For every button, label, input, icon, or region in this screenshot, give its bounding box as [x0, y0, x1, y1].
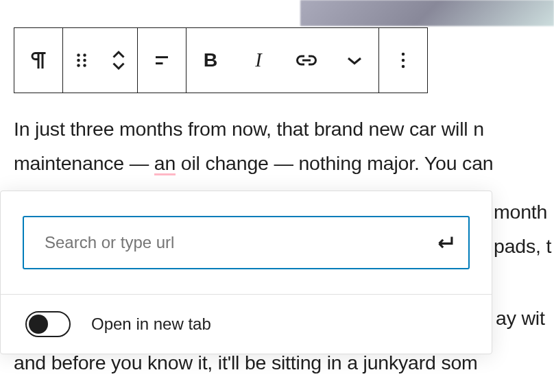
italic-button[interactable]: I — [234, 28, 282, 93]
link-popover: Open in new tab — [0, 191, 492, 354]
url-input-wrapper — [23, 216, 470, 269]
bold-icon: B — [198, 48, 223, 73]
enter-icon — [433, 231, 457, 254]
svg-point-5 — [83, 64, 86, 67]
paragraph-content[interactable]: In just three months from now, that bran… — [14, 112, 554, 181]
svg-point-3 — [83, 59, 86, 62]
submit-url-button[interactable] — [429, 226, 461, 259]
drag-icon — [69, 48, 94, 73]
svg-point-0 — [77, 53, 80, 57]
svg-point-1 — [83, 53, 86, 57]
paragraph-type-button[interactable] — [14, 28, 62, 93]
align-icon — [149, 48, 174, 73]
link-icon — [294, 48, 319, 73]
text-line: maintenance — an oil change — nothing ma… — [14, 147, 554, 181]
text-fragment: ay wit — [496, 302, 545, 336]
bold-button[interactable]: B — [186, 28, 234, 93]
svg-point-2 — [77, 59, 80, 62]
chevron-down-icon — [342, 48, 367, 73]
text-fragment: pads, t — [494, 230, 551, 264]
new-tab-toggle-row: Open in new tab — [1, 295, 492, 354]
options-button[interactable] — [379, 28, 427, 93]
toggle-label: Open in new tab — [91, 315, 211, 334]
svg-text:B: B — [204, 49, 218, 71]
new-tab-toggle[interactable] — [25, 311, 71, 337]
italic-icon: I — [246, 48, 271, 73]
text-fragment: maintenance — — [14, 152, 154, 174]
featured-image — [300, 0, 554, 26]
svg-text:I: I — [254, 49, 263, 71]
block-toolbar: B I — [14, 27, 428, 93]
toggle-knob — [29, 315, 48, 334]
text-fragment: month — [494, 195, 547, 230]
spellcheck-word: an — [154, 152, 176, 174]
chevron-updown-icon — [106, 48, 131, 73]
text-fragment: oil change — nothing major. You can — [176, 152, 493, 174]
kebab-icon — [391, 48, 416, 73]
drag-handle-button[interactable] — [63, 28, 100, 93]
link-button[interactable] — [282, 28, 330, 93]
paragraph-icon — [26, 48, 51, 73]
svg-point-9 — [402, 59, 405, 62]
more-formatting-button[interactable] — [330, 28, 378, 93]
align-button[interactable] — [138, 28, 186, 93]
svg-point-4 — [77, 64, 80, 67]
svg-point-10 — [402, 65, 405, 69]
url-input[interactable] — [23, 216, 470, 269]
svg-point-8 — [402, 53, 405, 56]
move-updown-button[interactable] — [100, 28, 137, 93]
text-line: In just three months from now, that bran… — [14, 112, 554, 147]
